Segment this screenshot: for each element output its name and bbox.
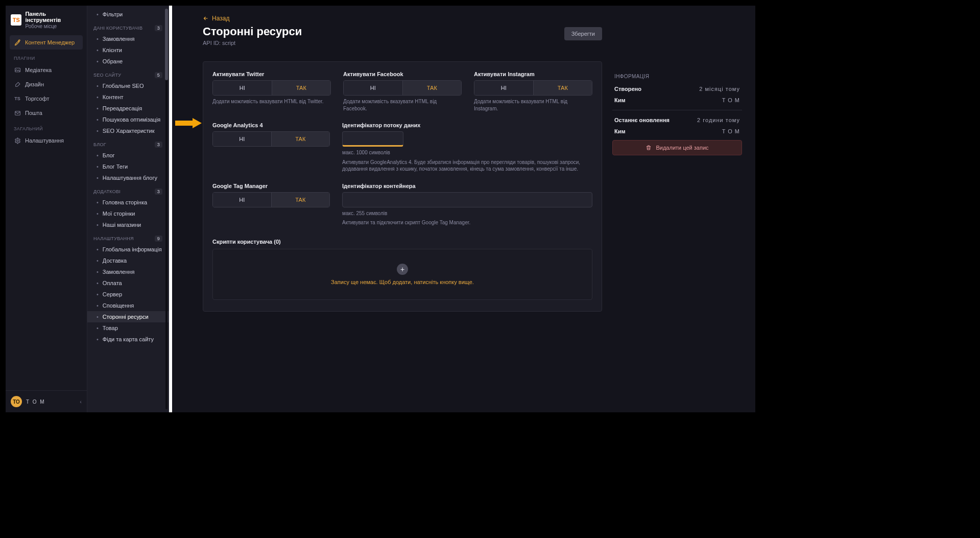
field-label-twitter: Активувати Twitter xyxy=(212,71,331,77)
nav-settings[interactable]: Налаштування xyxy=(10,133,83,148)
content-group-header: SEO САЙТУ5 xyxy=(87,67,169,80)
content-group-header: ДОДАТКОВІ3 xyxy=(87,183,169,197)
toggle-facebook: НІ ТАК xyxy=(343,80,462,96)
content-type-item[interactable]: Блог Теги xyxy=(87,161,169,172)
nav-label: Пошта xyxy=(25,110,42,116)
image-icon xyxy=(14,66,21,74)
toggle-on[interactable]: ТАК xyxy=(271,132,330,146)
nav-design[interactable]: Дизайн xyxy=(10,77,83,91)
field-label-ga4-stream: Ідентифікатор потоку даних xyxy=(342,122,592,128)
content-type-item[interactable]: Обране xyxy=(87,56,169,67)
content-type-item[interactable]: Оплата xyxy=(87,277,169,289)
field-label-facebook: Активувати Facebook xyxy=(343,71,462,77)
page-title: Сторонні ресурси xyxy=(203,25,742,38)
user-name: T O M xyxy=(26,399,45,405)
nav-content-manager[interactable]: Контент Менеджер xyxy=(10,35,83,50)
help-instagram: Додати можливість вказувати HTML від Ins… xyxy=(474,98,592,112)
delete-label: Видалити цей запис xyxy=(656,145,708,151)
nav-label: Дизайн xyxy=(25,81,44,87)
content-type-sidebar[interactable]: ФільтриДАНІ КОРИСТУВАЧІВ3ЗамовленняКлієн… xyxy=(87,6,169,412)
content-type-item[interactable]: Сторонні ресурси xyxy=(87,311,169,322)
content-type-item[interactable]: Мої сторінки xyxy=(87,208,169,219)
divider xyxy=(612,110,742,110)
nav-mail[interactable]: Пошта xyxy=(10,106,83,120)
info-val: T O M xyxy=(722,97,740,103)
content-type-item[interactable]: Глобальне SEO xyxy=(87,80,169,91)
scrollbar-thumb[interactable] xyxy=(165,9,168,80)
help-gtm: Активувати та підключити скрипт Google T… xyxy=(342,219,592,226)
toggle-on[interactable]: ТАК xyxy=(402,81,462,95)
arrow-left-icon xyxy=(203,15,209,21)
content-type-item[interactable]: Сповіщення xyxy=(87,300,169,311)
primary-nav: Контент Менеджер ПЛАГІНИ Медіатека Дизай… xyxy=(6,33,87,390)
field-label-gtm: Google Tag Manager xyxy=(212,183,330,189)
field-label-ga4: Google Analytics 4 xyxy=(212,122,330,128)
toggle-ga4: НІ ТАК xyxy=(212,131,330,147)
input-gtm-container[interactable] xyxy=(342,192,592,207)
toggle-off[interactable]: НІ xyxy=(344,81,402,95)
info-key: Створено xyxy=(614,86,641,92)
toggle-twitter: НІ ТАК xyxy=(212,80,331,96)
content-type-item[interactable]: Глобальна інформація xyxy=(87,244,169,255)
toggle-instagram: НІ ТАК xyxy=(474,80,592,96)
content-type-item[interactable]: Сервер xyxy=(87,289,169,300)
toggle-on[interactable]: ТАК xyxy=(533,81,592,95)
field-label-instagram: Активувати Instagram xyxy=(474,71,592,77)
gear-icon xyxy=(14,137,21,144)
toggle-on[interactable]: ТАК xyxy=(271,193,330,207)
content-type-item[interactable]: Блог xyxy=(87,150,169,161)
nav-label: Медіатека xyxy=(25,67,52,73)
content-type-item[interactable]: Налаштування блогу xyxy=(87,172,169,183)
toggle-on[interactable]: ТАК xyxy=(272,81,331,95)
help-facebook: Додати можливість вказувати HTML від Fac… xyxy=(343,98,462,112)
svg-point-2 xyxy=(16,139,18,141)
add-button[interactable]: + xyxy=(397,264,408,275)
info-title: ІНФОРМАЦІЯ xyxy=(612,74,742,83)
delete-entry-button[interactable]: Видалити цей запис xyxy=(612,140,742,155)
content-type-item[interactable]: Товар xyxy=(87,322,169,334)
content-type-item[interactable]: Переадресація xyxy=(87,103,169,114)
content-type-item[interactable]: Головна сторінка xyxy=(87,197,169,208)
toggle-off[interactable]: НІ xyxy=(213,193,271,207)
toggle-off[interactable]: НІ xyxy=(474,81,533,95)
info-val: 2 години тому xyxy=(697,117,740,123)
brand: TS Панель інструментів Робоче місце xyxy=(6,6,87,33)
form-card: Активувати Twitter НІ ТАК Додати можливі… xyxy=(203,61,602,312)
sidebar-footer[interactable]: TO T O M ‹ xyxy=(6,390,87,412)
content-type-item[interactable]: Замовлення xyxy=(87,33,169,44)
scripts-empty-text: Запису ще немає. Щоб додати, натисніть к… xyxy=(331,279,474,285)
input-ga4-stream[interactable] xyxy=(342,131,403,147)
brand-subtitle: Робоче місце xyxy=(25,24,82,29)
content-type-item[interactable]: Фільтри xyxy=(87,9,169,20)
nav-section-plugins: ПЛАГІНИ xyxy=(10,50,83,63)
nav-section-general: ЗАГАЛЬНИЙ xyxy=(10,120,83,133)
content-type-item[interactable]: Контент xyxy=(87,91,169,103)
count-badge: 3 xyxy=(155,142,162,148)
content-type-item[interactable]: Клієнти xyxy=(87,44,169,56)
help-ga4-stream: Активувати GoogleAnalytics 4. Буде збира… xyxy=(342,159,592,173)
main-panel: Зберегти Назад Сторонні ресурси API ID: … xyxy=(172,6,755,412)
content-group-header: НАЛАШТУВАННЯ9 xyxy=(87,230,169,244)
mail-icon xyxy=(14,109,21,116)
content-type-item[interactable]: Замовлення xyxy=(87,266,169,277)
nav-torgsoft[interactable]: TS Торгсофт xyxy=(10,91,83,106)
content-type-item[interactable]: Пошукова оптимізація xyxy=(87,114,169,125)
content-type-item[interactable]: Фіди та карта сайту xyxy=(87,334,169,345)
chevron-left-icon: ‹ xyxy=(80,399,82,405)
nav-media[interactable]: Медіатека xyxy=(10,63,83,77)
content-type-item[interactable]: SEO Характеристик xyxy=(87,125,169,136)
save-button[interactable]: Зберегти xyxy=(564,27,602,40)
toggle-off[interactable]: НІ xyxy=(213,81,272,95)
back-link[interactable]: Назад xyxy=(203,15,742,22)
content-type-item[interactable]: Доставка xyxy=(87,255,169,266)
avatar: TO xyxy=(11,396,22,407)
info-panel: ІНФОРМАЦІЯ Створено2 місяці тому КимT O … xyxy=(612,61,742,312)
toggle-off[interactable]: НІ xyxy=(213,132,271,146)
info-val: 2 місяці тому xyxy=(699,86,740,92)
back-label: Назад xyxy=(212,15,229,22)
content-type-item[interactable]: Наші магазини xyxy=(87,219,169,230)
info-key: Ким xyxy=(614,97,626,103)
content-group-header: ДАНІ КОРИСТУВАЧІВ3 xyxy=(87,20,169,33)
toggle-gtm: НІ ТАК xyxy=(212,192,330,207)
count-badge: 3 xyxy=(155,25,162,31)
